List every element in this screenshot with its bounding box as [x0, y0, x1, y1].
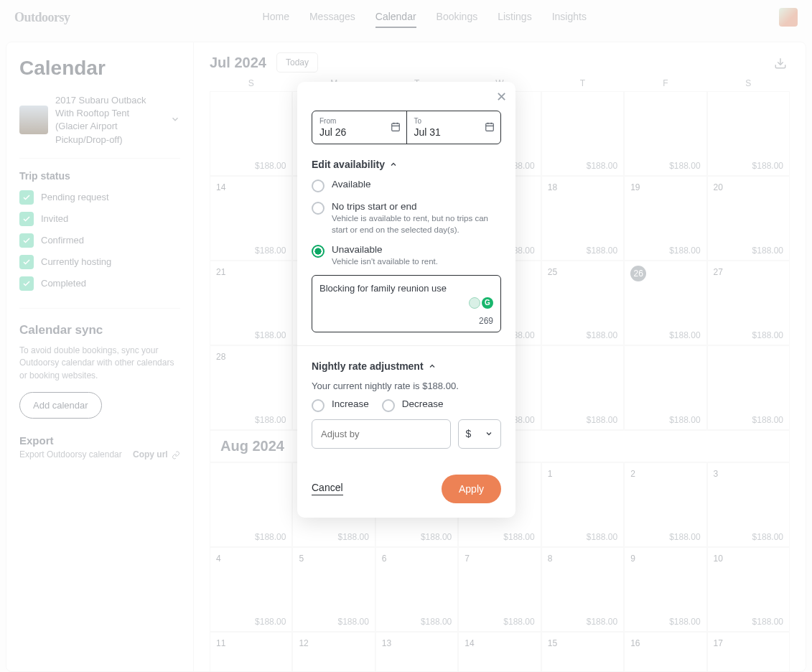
radio-dot[interactable]: [312, 179, 325, 192]
cell-price: $188.00: [587, 532, 617, 542]
checkbox[interactable]: [19, 255, 34, 269]
calendar-cell[interactable]: 26$188.00: [624, 261, 706, 345]
radio-dot[interactable]: [382, 399, 395, 412]
day-number: 28: [216, 352, 225, 362]
checkbox[interactable]: [19, 276, 34, 291]
apply-button[interactable]: Apply: [442, 475, 501, 503]
cell-price: $188.00: [421, 532, 452, 542]
radio-increase[interactable]: Increase: [312, 398, 369, 412]
calendar-cell[interactable]: 21$188.00: [210, 261, 292, 345]
status-item[interactable]: Currently hosting: [19, 255, 180, 269]
checkbox[interactable]: [19, 233, 34, 248]
day-number: 15: [548, 638, 557, 648]
svg-rect-5: [486, 123, 494, 131]
cell-price: $188.00: [752, 532, 783, 542]
nav-listings[interactable]: Listings: [498, 6, 531, 28]
day-number: 11: [216, 638, 225, 648]
close-icon[interactable]: ✕: [496, 89, 507, 105]
nav-insights[interactable]: Insights: [552, 6, 587, 28]
nav-bookings[interactable]: Bookings: [437, 6, 478, 28]
cancel-button[interactable]: Cancel: [312, 482, 343, 495]
radio-no-trips[interactable]: No trips start or end Vehicle is availab…: [312, 201, 501, 235]
download-icon[interactable]: [774, 57, 787, 72]
calendar-cell: $188.00: [210, 91, 292, 176]
calendar-cell[interactable]: 7$188.00: [458, 547, 541, 632]
status-item[interactable]: Invited: [19, 212, 180, 226]
cell-price: $188.00: [669, 161, 700, 171]
radio-dot[interactable]: [312, 399, 325, 412]
cell-price: $188.00: [337, 617, 368, 627]
checkbox[interactable]: [19, 212, 34, 226]
cell-price: $188.00: [255, 246, 286, 256]
calendar-cell[interactable]: 25$188.00: [541, 261, 624, 345]
chevron-down-icon: [485, 429, 493, 438]
calendar-cell[interactable]: 19$188.00: [624, 176, 706, 261]
nav-home[interactable]: Home: [263, 6, 289, 28]
today-button[interactable]: Today: [276, 52, 318, 73]
status-label: Completed: [41, 278, 86, 289]
calendar-cell: $188.00: [624, 91, 706, 176]
sync-heading: Calendar sync: [19, 323, 180, 337]
radio-dot[interactable]: [312, 202, 325, 215]
radio-unavailable[interactable]: Unavailable Vehicle isn't available to r…: [312, 244, 501, 268]
day-number: 20: [714, 182, 723, 192]
day-number: 1: [548, 469, 553, 479]
checkbox[interactable]: [19, 190, 34, 205]
cell-price: $188.00: [421, 617, 452, 627]
calendar-cell[interactable]: 20$188.00: [707, 176, 790, 261]
export-section: Export Export Outdoorsy calendar Copy ur…: [19, 434, 180, 459]
radio-decrease[interactable]: Decrease: [382, 398, 444, 412]
day-number: 5: [299, 554, 304, 564]
calendar-cell[interactable]: 14$188.00: [458, 632, 541, 672]
calendar-cell[interactable]: 4$188.00: [210, 547, 292, 632]
calendar-cell[interactable]: 14$188.00: [210, 176, 292, 261]
user-avatar[interactable]: [779, 8, 798, 27]
calendar-cell[interactable]: 13$188.00: [375, 632, 458, 672]
nav-messages[interactable]: Messages: [309, 6, 355, 28]
listing-selector[interactable]: 2017 Subaru Outback With Rooftop Tent (G…: [19, 94, 180, 159]
day-number: 16: [630, 638, 640, 648]
calendar-cell[interactable]: 28$188.00: [210, 345, 292, 430]
adjust-by-input[interactable]: [312, 419, 451, 449]
date-from[interactable]: From Jul 26: [312, 111, 407, 144]
status-item[interactable]: Pending request: [19, 190, 180, 205]
calendar-cell[interactable]: 8$188.00: [541, 547, 624, 632]
radio-available[interactable]: Available: [312, 179, 501, 192]
calendar-cell[interactable]: 6$188.00: [375, 547, 458, 632]
calendar-cell[interactable]: 11$188.00: [210, 632, 292, 672]
status-item[interactable]: Confirmed: [19, 233, 180, 248]
add-calendar-button[interactable]: Add calendar: [19, 392, 102, 419]
nav-calendar[interactable]: Calendar: [375, 6, 416, 28]
unit-select[interactable]: $: [458, 419, 501, 449]
top-nav: Outdoorsy Home Messages Calendar Booking…: [0, 0, 812, 34]
calendar-cell[interactable]: 18$188.00: [541, 176, 624, 261]
calendar-cell[interactable]: 2$188.00: [624, 462, 706, 547]
grammarly-badge: G: [469, 297, 493, 309]
edit-availability-heading[interactable]: Edit availability: [312, 159, 501, 170]
sidebar: Calendar 2017 Subaru Outback With Roofto…: [6, 42, 194, 672]
nightly-rate-heading[interactable]: Nightly rate adjustment: [312, 360, 501, 372]
calendar-cell[interactable]: 3$188.00: [707, 462, 790, 547]
note-textarea[interactable]: [319, 283, 493, 312]
calendar-cell[interactable]: 15$188.00: [541, 632, 624, 672]
status-label: Invited: [41, 213, 68, 224]
date-range-picker: From Jul 26 To Jul 31: [312, 111, 501, 144]
cell-price: $188.00: [255, 532, 286, 542]
calendar-cell[interactable]: 12$188.00: [292, 632, 375, 672]
calendar-cell: $188.00: [707, 345, 790, 430]
calendar-cell[interactable]: 1$188.00: [541, 462, 624, 547]
status-item[interactable]: Completed: [19, 276, 180, 291]
calendar-cell[interactable]: 17$188.00: [707, 632, 790, 672]
calendar-cell[interactable]: 5$188.00: [292, 547, 375, 632]
calendar-cell[interactable]: 27$188.00: [707, 261, 790, 345]
calendar-cell[interactable]: 9$188.00: [624, 547, 706, 632]
copy-url-button[interactable]: Copy url: [133, 449, 180, 459]
day-number: 8: [548, 554, 553, 564]
radio-dot[interactable]: [312, 245, 325, 258]
calendar-cell[interactable]: 10$188.00: [707, 547, 790, 632]
sync-description: To avoid double bookings, sync your Outd…: [19, 345, 180, 382]
cell-price: $188.00: [752, 246, 783, 256]
date-to[interactable]: To Jul 31: [407, 111, 501, 144]
day-number: 2: [630, 469, 635, 479]
calendar-cell[interactable]: 16$188.00: [624, 632, 706, 672]
